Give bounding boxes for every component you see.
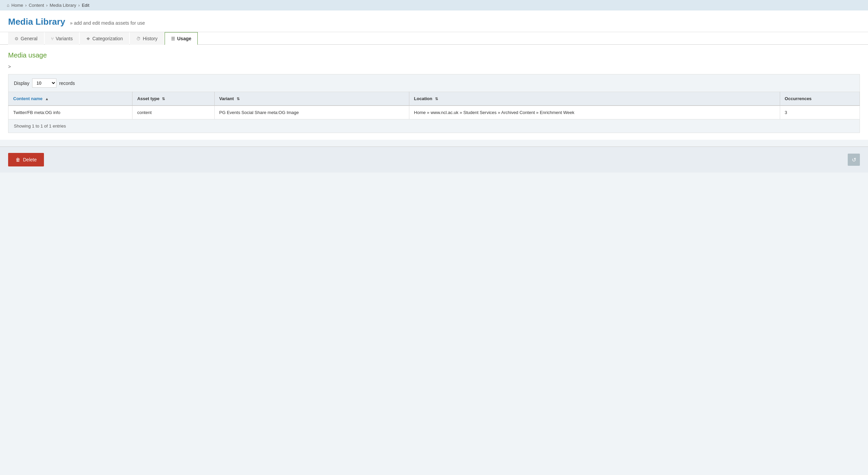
breadcrumb-home[interactable]: Home — [11, 3, 23, 8]
breadcrumb-sep-2: › — [46, 3, 47, 8]
col-location-label: Location — [414, 96, 432, 101]
clock-icon: ⏱ — [136, 36, 141, 41]
cell-asset-type: content — [132, 106, 214, 119]
cell-occurrences: 3 — [780, 106, 860, 119]
sitemap-icon: ❖ — [86, 36, 90, 41]
action-bar: 🗑 Delete ↺ — [0, 146, 868, 173]
expand-indicator[interactable]: > — [8, 64, 860, 69]
breadcrumb-edit: Edit — [82, 3, 89, 8]
tab-variants-label: Variants — [56, 36, 73, 41]
col-variant[interactable]: Variant ⇅ — [214, 92, 409, 106]
refresh-icon: ↺ — [852, 157, 856, 163]
usage-table: Content name ▲ Asset type ⇅ Variant ⇅ — [8, 92, 860, 119]
table-footer: Showing 1 to 1 of 1 entries — [8, 119, 860, 133]
delete-label: Delete — [23, 157, 37, 162]
display-label: Display — [14, 81, 29, 86]
sort-both-icon-1: ⇅ — [162, 97, 165, 101]
cell-location: Home » www.ncl.ac.uk » Student Services … — [409, 106, 780, 119]
tab-usage-label: Usage — [177, 36, 191, 41]
table-header-row: Content name ▲ Asset type ⇅ Variant ⇅ — [8, 92, 860, 106]
sort-asc-icon: ▲ — [45, 97, 49, 101]
display-controls: Display 10 25 50 100 records — [8, 74, 860, 92]
col-content-name-label: Content name — [13, 96, 43, 101]
table-row: Twitter/FB meta:OG info content PG Event… — [8, 106, 860, 119]
breadcrumb-sep-1: › — [25, 3, 27, 8]
page-title: Media Library — [8, 17, 65, 27]
col-asset-type-label: Asset type — [137, 96, 160, 101]
col-content-name[interactable]: Content name ▲ — [8, 92, 132, 106]
tab-usage[interactable]: ☰ Usage — [165, 32, 198, 45]
tabs-bar: ⚙ General ⑂ Variants ❖ Categorization ⏱ … — [0, 32, 868, 45]
page-header: Media Library » add and edit media asset… — [0, 10, 868, 32]
tab-categorization[interactable]: ❖ Categorization — [80, 32, 129, 45]
records-per-page-select[interactable]: 10 25 50 100 — [32, 78, 56, 88]
col-occurrences-label: Occurrences — [785, 96, 812, 101]
table-scroll-wrapper: Content name ▲ Asset type ⇅ Variant ⇅ — [8, 92, 860, 119]
sort-both-icon-3: ⇅ — [435, 97, 438, 101]
tab-categorization-label: Categorization — [92, 36, 123, 41]
breadcrumb-content[interactable]: Content — [29, 3, 44, 8]
list-icon: ☰ — [171, 36, 175, 41]
tab-history-label: History — [143, 36, 158, 41]
home-icon: ⌂ — [7, 3, 9, 8]
cell-content-name: Twitter/FB meta:OG info — [8, 106, 132, 119]
tab-general-label: General — [21, 36, 38, 41]
cell-variant: PG Events Social Share meta:OG Image — [214, 106, 409, 119]
records-text: records — [59, 81, 75, 86]
tab-general[interactable]: ⚙ General — [8, 32, 44, 45]
branches-icon: ⑂ — [51, 36, 54, 41]
breadcrumb-sep-3: › — [78, 3, 80, 8]
sort-both-icon-2: ⇅ — [237, 97, 240, 101]
table-entries-info: Showing 1 to 1 of 1 entries — [14, 123, 66, 129]
page-subtitle: » add and edit media assets for use — [70, 20, 145, 26]
col-variant-label: Variant — [219, 96, 234, 101]
content-panel: Media usage > Display 10 25 50 100 recor… — [0, 45, 868, 140]
section-title: Media usage — [8, 51, 860, 59]
tab-history[interactable]: ⏱ History — [130, 32, 164, 45]
breadcrumb: ⌂ Home › Content › Media Library › Edit — [0, 0, 868, 10]
main-content: Media usage > Display 10 25 50 100 recor… — [0, 45, 868, 140]
col-occurrences[interactable]: Occurrences — [780, 92, 860, 106]
trash-icon: 🗑 — [16, 157, 20, 162]
breadcrumb-media-library[interactable]: Media Library — [50, 3, 76, 8]
col-location[interactable]: Location ⇅ — [409, 92, 780, 106]
refresh-button[interactable]: ↺ — [848, 154, 860, 166]
delete-button[interactable]: 🗑 Delete — [8, 153, 44, 166]
tab-variants[interactable]: ⑂ Variants — [45, 32, 79, 45]
col-asset-type[interactable]: Asset type ⇅ — [132, 92, 214, 106]
sliders-icon: ⚙ — [15, 36, 19, 41]
